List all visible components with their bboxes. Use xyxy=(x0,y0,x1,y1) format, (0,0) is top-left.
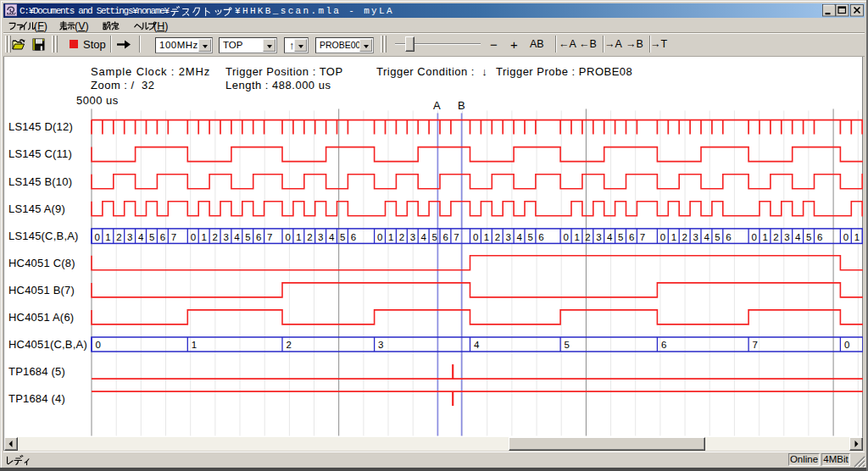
svg-text:6: 6 xyxy=(351,232,356,242)
svg-text:0: 0 xyxy=(751,232,756,242)
svg-text:2: 2 xyxy=(495,232,500,242)
svg-text:1: 1 xyxy=(484,232,489,242)
svg-text:1: 1 xyxy=(574,232,579,242)
svg-text:4: 4 xyxy=(607,232,613,242)
svg-text:2: 2 xyxy=(682,232,687,242)
svg-text:3: 3 xyxy=(223,232,228,242)
svg-text:0: 0 xyxy=(377,232,382,242)
svg-text:5: 5 xyxy=(149,232,154,242)
svg-text:1: 1 xyxy=(296,232,301,242)
svg-text:3: 3 xyxy=(378,340,383,350)
svg-text:2: 2 xyxy=(399,232,404,242)
svg-text:(F): (F) xyxy=(34,20,47,32)
svg-text:5: 5 xyxy=(431,232,437,242)
svg-text:2: 2 xyxy=(773,232,778,242)
svg-text:4: 4 xyxy=(329,232,335,242)
svg-text:6: 6 xyxy=(538,232,543,242)
svg-text:2: 2 xyxy=(287,340,292,350)
svg-text:5: 5 xyxy=(245,232,250,242)
svg-text:6: 6 xyxy=(726,232,731,242)
svg-text:3: 3 xyxy=(693,232,698,242)
svg-text:7: 7 xyxy=(753,340,758,350)
svg-text:0: 0 xyxy=(191,232,196,242)
svg-text:7: 7 xyxy=(640,232,645,242)
svg-text:(V): (V) xyxy=(75,20,89,32)
svg-text:2: 2 xyxy=(307,232,312,242)
svg-text:6: 6 xyxy=(160,232,165,242)
svg-text:0: 0 xyxy=(844,340,849,350)
svg-text:(H): (H) xyxy=(153,20,168,32)
svg-text:3: 3 xyxy=(410,232,415,242)
svg-text:4: 4 xyxy=(516,232,522,242)
svg-text:1: 1 xyxy=(105,232,110,242)
svg-text:4: 4 xyxy=(138,232,144,242)
svg-text:0: 0 xyxy=(94,232,99,242)
svg-text:0: 0 xyxy=(660,232,665,242)
svg-text:3: 3 xyxy=(596,232,601,242)
svg-text:5: 5 xyxy=(806,232,811,242)
svg-text:1: 1 xyxy=(671,232,676,242)
svg-text:6: 6 xyxy=(817,232,822,242)
svg-text:5: 5 xyxy=(565,340,570,350)
svg-text:7: 7 xyxy=(453,232,459,242)
svg-text:7: 7 xyxy=(267,232,272,242)
svg-text:3: 3 xyxy=(318,232,323,242)
svg-text:6: 6 xyxy=(629,232,634,242)
svg-text:4: 4 xyxy=(234,232,240,242)
svg-text:2: 2 xyxy=(116,232,121,242)
svg-text:3: 3 xyxy=(127,232,132,242)
svg-text:5: 5 xyxy=(527,232,532,242)
svg-text:6: 6 xyxy=(661,340,666,350)
svg-text:5: 5 xyxy=(715,232,720,242)
svg-text:0: 0 xyxy=(843,232,849,242)
svg-text:1: 1 xyxy=(762,232,767,242)
svg-text:6: 6 xyxy=(256,232,261,242)
svg-text:1: 1 xyxy=(388,232,393,242)
svg-text:2: 2 xyxy=(585,232,590,242)
svg-text:6: 6 xyxy=(442,232,448,242)
svg-text:1: 1 xyxy=(854,232,860,242)
svg-text:4: 4 xyxy=(704,232,709,242)
svg-text:5: 5 xyxy=(340,232,345,242)
svg-text:0: 0 xyxy=(563,232,568,242)
svg-text:2: 2 xyxy=(212,232,217,242)
svg-text:4: 4 xyxy=(421,232,427,242)
svg-text:4: 4 xyxy=(474,340,480,350)
svg-text:1: 1 xyxy=(202,232,207,242)
svg-text:5: 5 xyxy=(618,232,623,242)
svg-text:7: 7 xyxy=(171,232,176,242)
svg-text:3: 3 xyxy=(506,232,511,242)
svg-text:4: 4 xyxy=(795,232,801,242)
svg-text:3: 3 xyxy=(784,232,789,242)
svg-text:0: 0 xyxy=(473,232,478,242)
svg-text:0: 0 xyxy=(285,232,290,242)
svg-text:0: 0 xyxy=(96,340,101,350)
svg-text:1: 1 xyxy=(192,340,197,350)
